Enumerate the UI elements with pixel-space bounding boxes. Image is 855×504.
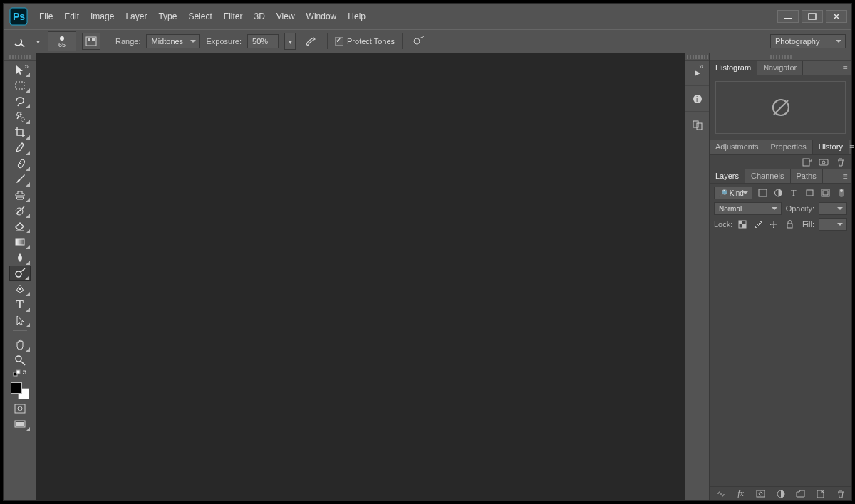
- menu-type[interactable]: Type: [158, 11, 177, 21]
- tab-adjustments[interactable]: Adjustments: [710, 140, 765, 154]
- menu-view[interactable]: View: [276, 11, 295, 21]
- clone-source-panel-icon[interactable]: [685, 112, 709, 137]
- canvas[interactable]: [36, 53, 685, 500]
- foreground-background-colors[interactable]: [9, 381, 31, 401]
- opacity-label: Opacity:: [786, 204, 814, 213]
- range-select[interactable]: Midtones: [146, 34, 200, 48]
- new-group-icon[interactable]: [796, 489, 806, 499]
- lock-all-icon[interactable]: [784, 219, 795, 230]
- lock-transparency-icon[interactable]: [737, 219, 748, 230]
- histogram-panel: Histogram Navigator: [710, 61, 851, 140]
- pen-tool[interactable]: [9, 281, 31, 297]
- window-close-button[interactable]: [826, 10, 847, 23]
- exposure-input[interactable]: 50%: [247, 34, 279, 48]
- info-panel-icon[interactable]: i: [685, 86, 709, 112]
- brush-size-label: 65: [58, 41, 66, 48]
- crop-tool[interactable]: [9, 125, 31, 140]
- delete-layer-icon[interactable]: [836, 489, 846, 499]
- filter-toggle-switch[interactable]: [836, 187, 847, 199]
- tab-navigator[interactable]: Navigator: [757, 61, 803, 75]
- svg-rect-26: [16, 422, 24, 426]
- tab-histogram[interactable]: Histogram: [710, 61, 757, 75]
- lasso-tool[interactable]: [9, 93, 31, 109]
- svg-point-18: [19, 288, 21, 290]
- menu-file[interactable]: File: [39, 11, 53, 21]
- ps-logo[interactable]: Ps: [8, 6, 29, 27]
- screenmode-toggle[interactable]: [9, 416, 31, 432]
- new-adjustment-layer-icon[interactable]: [776, 489, 786, 499]
- menu-select[interactable]: Select: [188, 11, 212, 21]
- new-layer-icon[interactable]: [816, 489, 826, 499]
- snapshot-icon[interactable]: [819, 157, 829, 167]
- tab-channels[interactable]: Channels: [745, 169, 790, 183]
- current-tool-icon[interactable]: [9, 33, 28, 50]
- tab-properties[interactable]: Properties: [765, 140, 813, 154]
- opacity-input[interactable]: [819, 202, 847, 215]
- panel-menu-icon[interactable]: [839, 61, 851, 75]
- new-document-from-state-icon[interactable]: [802, 157, 812, 167]
- window-minimize-button[interactable]: [777, 10, 799, 23]
- menubar: Ps File Edit Image Layer Type Select Fil…: [4, 4, 851, 29]
- menu-help[interactable]: Help: [348, 11, 366, 21]
- menu-layer[interactable]: Layer: [125, 11, 147, 21]
- layer-style-icon[interactable]: fx: [736, 489, 746, 499]
- menu-edit[interactable]: Edit: [64, 11, 79, 21]
- history-brush-tool[interactable]: [9, 203, 31, 219]
- tab-layers[interactable]: Layers: [710, 169, 745, 183]
- move-tool[interactable]: [9, 62, 31, 78]
- tool-preset-chevron-icon[interactable]: ▾: [33, 33, 42, 50]
- protect-tones-checkbox[interactable]: Protect Tones: [335, 37, 395, 46]
- filter-pixel-icon[interactable]: [757, 187, 768, 199]
- panel-menu-icon[interactable]: [839, 169, 851, 183]
- layer-filter-select[interactable]: 🔎 Kind: [714, 187, 752, 199]
- brush-tool[interactable]: [9, 172, 31, 187]
- zoom-tool[interactable]: [9, 352, 31, 368]
- window-maximize-button[interactable]: [802, 10, 823, 23]
- dodge-tool[interactable]: [9, 266, 31, 281]
- clone-stamp-tool[interactable]: [9, 187, 31, 203]
- menu-window[interactable]: Window: [306, 11, 337, 21]
- layers-list[interactable]: [710, 233, 851, 486]
- menu-image[interactable]: Image: [90, 11, 114, 21]
- link-layers-icon[interactable]: [716, 489, 726, 499]
- eraser-tool[interactable]: [9, 219, 31, 234]
- svg-rect-11: [17, 159, 25, 168]
- filter-adjust-icon[interactable]: [772, 187, 784, 199]
- airbrush-toggle-button[interactable]: [301, 33, 320, 50]
- type-tool[interactable]: T: [9, 297, 31, 313]
- layer-mask-icon[interactable]: [756, 489, 766, 499]
- svg-rect-7: [92, 38, 95, 41]
- marquee-tool[interactable]: [9, 78, 31, 93]
- swap-colors-icon[interactable]: [9, 368, 31, 378]
- exposure-chevron-icon[interactable]: ▾: [284, 33, 296, 50]
- toolbox: T: [4, 53, 36, 500]
- path-select-tool[interactable]: [9, 313, 31, 328]
- toggle-brush-panel-button[interactable]: [82, 33, 100, 50]
- brush-preset-button[interactable]: 65: [48, 31, 76, 51]
- eyedropper-tool[interactable]: [9, 140, 31, 156]
- quick-select-tool[interactable]: [9, 109, 31, 125]
- gradient-tool[interactable]: [9, 234, 31, 250]
- lock-pixels-icon[interactable]: [752, 219, 764, 230]
- delete-state-icon[interactable]: [836, 157, 846, 167]
- svg-point-19: [16, 356, 21, 362]
- lock-position-icon[interactable]: [768, 219, 779, 230]
- quickmask-toggle[interactable]: [9, 401, 31, 416]
- menu-3d[interactable]: 3D: [254, 11, 264, 21]
- filter-type-icon[interactable]: T: [788, 187, 799, 199]
- pressure-toggle-button[interactable]: [410, 33, 428, 50]
- menu-filter[interactable]: Filter: [224, 11, 243, 21]
- healing-brush-tool[interactable]: [9, 156, 31, 172]
- blend-mode-select[interactable]: Normal: [714, 202, 782, 215]
- fill-input[interactable]: [819, 218, 847, 231]
- blur-tool[interactable]: [9, 250, 31, 266]
- hand-tool[interactable]: [9, 337, 31, 352]
- tab-paths[interactable]: Paths: [791, 169, 823, 183]
- panel-menu-icon[interactable]: [849, 140, 854, 154]
- workspace-select[interactable]: Photography: [770, 34, 846, 48]
- filter-smart-icon[interactable]: [819, 187, 831, 199]
- actions-panel-icon[interactable]: [685, 61, 709, 86]
- svg-rect-3: [809, 14, 816, 19]
- filter-shape-icon[interactable]: [804, 187, 815, 199]
- tab-history[interactable]: History: [813, 140, 849, 154]
